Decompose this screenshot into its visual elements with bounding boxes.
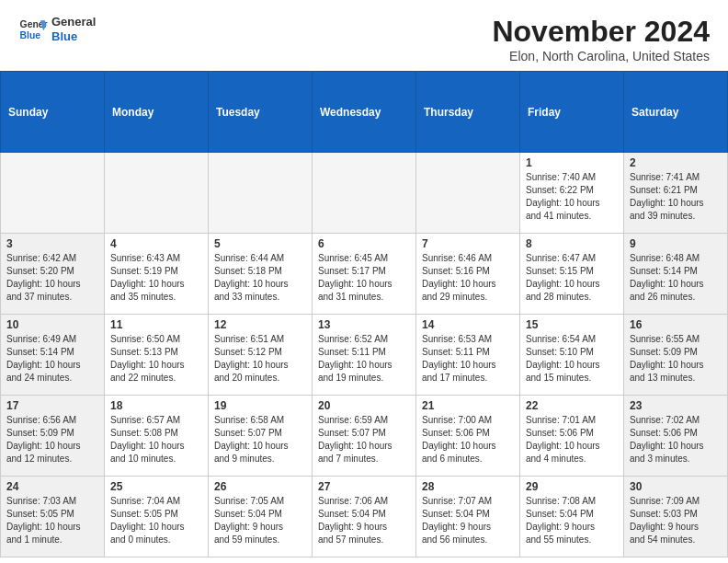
- title-section: November 2024 Elon, North Carolina, Unit…: [492, 15, 710, 63]
- day-info: Sunrise: 6:46 AM Sunset: 5:16 PM Dayligh…: [422, 252, 514, 304]
- calendar-cell: 3Sunrise: 6:42 AM Sunset: 5:20 PM Daylig…: [1, 234, 105, 315]
- calendar-cell: 14Sunrise: 6:53 AM Sunset: 5:11 PM Dayli…: [416, 315, 520, 396]
- day-number: 29: [526, 480, 618, 493]
- day-number: 9: [630, 237, 722, 250]
- day-info: Sunrise: 7:41 AM Sunset: 6:21 PM Dayligh…: [630, 171, 722, 223]
- day-info: Sunrise: 6:53 AM Sunset: 5:11 PM Dayligh…: [422, 333, 514, 385]
- day-info: Sunrise: 6:59 AM Sunset: 5:07 PM Dayligh…: [318, 414, 410, 465]
- day-number: 20: [318, 399, 410, 412]
- calendar-cell: 21Sunrise: 7:00 AM Sunset: 5:06 PM Dayli…: [416, 396, 520, 477]
- calendar-cell: 8Sunrise: 6:47 AM Sunset: 5:15 PM Daylig…: [520, 234, 624, 315]
- day-number: 8: [526, 237, 618, 250]
- day-info: Sunrise: 6:45 AM Sunset: 5:17 PM Dayligh…: [318, 252, 410, 304]
- calendar-cell: 10Sunrise: 6:49 AM Sunset: 5:14 PM Dayli…: [1, 315, 105, 396]
- day-info: Sunrise: 7:04 AM Sunset: 5:05 PM Dayligh…: [110, 495, 202, 546]
- calendar-cell: 28Sunrise: 7:07 AM Sunset: 5:04 PM Dayli…: [416, 477, 520, 557]
- calendar-cell: [1, 153, 105, 234]
- calendar-week-row: 3Sunrise: 6:42 AM Sunset: 5:20 PM Daylig…: [1, 234, 728, 315]
- day-number: 6: [318, 237, 410, 250]
- day-number: 27: [318, 480, 410, 493]
- weekday-header: Wednesday: [313, 72, 416, 153]
- day-number: 10: [6, 318, 98, 331]
- day-info: Sunrise: 6:51 AM Sunset: 5:12 PM Dayligh…: [214, 333, 306, 385]
- day-info: Sunrise: 7:06 AM Sunset: 5:04 PM Dayligh…: [318, 495, 410, 546]
- calendar-cell: 20Sunrise: 6:59 AM Sunset: 5:07 PM Dayli…: [313, 396, 416, 477]
- calendar-week-row: 24Sunrise: 7:03 AM Sunset: 5:05 PM Dayli…: [1, 477, 728, 557]
- calendar-week-row: 10Sunrise: 6:49 AM Sunset: 5:14 PM Dayli…: [1, 315, 728, 396]
- calendar-cell: 12Sunrise: 6:51 AM Sunset: 5:12 PM Dayli…: [209, 315, 313, 396]
- day-number: 28: [422, 480, 514, 493]
- day-number: 23: [630, 399, 722, 412]
- calendar-cell: [209, 153, 313, 234]
- calendar-cell: [105, 153, 209, 234]
- day-info: Sunrise: 7:07 AM Sunset: 5:04 PM Dayligh…: [422, 495, 514, 546]
- calendar-cell: 7Sunrise: 6:46 AM Sunset: 5:16 PM Daylig…: [416, 234, 520, 315]
- month-title: November 2024: [492, 15, 710, 49]
- page-header: General Blue General Blue November 2024 …: [0, 0, 728, 71]
- calendar-cell: 18Sunrise: 6:57 AM Sunset: 5:08 PM Dayli…: [105, 396, 209, 477]
- day-info: Sunrise: 6:52 AM Sunset: 5:11 PM Dayligh…: [318, 333, 410, 385]
- calendar-cell: 16Sunrise: 6:55 AM Sunset: 5:09 PM Dayli…: [624, 315, 728, 396]
- day-info: Sunrise: 7:00 AM Sunset: 5:06 PM Dayligh…: [422, 414, 514, 465]
- logo: General Blue General Blue: [18, 15, 96, 44]
- calendar-cell: 22Sunrise: 7:01 AM Sunset: 5:06 PM Dayli…: [520, 396, 624, 477]
- weekday-header: Thursday: [416, 72, 520, 153]
- weekday-header: Friday: [520, 72, 624, 153]
- day-info: Sunrise: 6:57 AM Sunset: 5:08 PM Dayligh…: [110, 414, 202, 465]
- calendar-week-row: 17Sunrise: 6:56 AM Sunset: 5:09 PM Dayli…: [1, 396, 728, 477]
- day-number: 19: [214, 399, 306, 412]
- calendar-cell: 19Sunrise: 6:58 AM Sunset: 5:07 PM Dayli…: [209, 396, 313, 477]
- calendar-cell: 4Sunrise: 6:43 AM Sunset: 5:19 PM Daylig…: [105, 234, 209, 315]
- day-number: 26: [214, 480, 306, 493]
- day-number: 16: [630, 318, 722, 331]
- logo-blue: Blue: [51, 29, 96, 44]
- weekday-header: Monday: [105, 72, 209, 153]
- day-number: 18: [110, 399, 202, 412]
- day-info: Sunrise: 6:56 AM Sunset: 5:09 PM Dayligh…: [6, 414, 98, 465]
- day-number: 3: [6, 237, 98, 250]
- day-info: Sunrise: 6:54 AM Sunset: 5:10 PM Dayligh…: [526, 333, 618, 385]
- calendar-cell: 24Sunrise: 7:03 AM Sunset: 5:05 PM Dayli…: [1, 477, 105, 557]
- calendar-cell: 9Sunrise: 6:48 AM Sunset: 5:14 PM Daylig…: [624, 234, 728, 315]
- day-number: 11: [110, 318, 202, 331]
- day-info: Sunrise: 6:49 AM Sunset: 5:14 PM Dayligh…: [6, 333, 98, 385]
- calendar-cell: 29Sunrise: 7:08 AM Sunset: 5:04 PM Dayli…: [520, 477, 624, 557]
- logo-icon: General Blue: [18, 15, 48, 44]
- logo-text: General Blue: [51, 15, 96, 43]
- day-info: Sunrise: 7:09 AM Sunset: 5:03 PM Dayligh…: [630, 495, 722, 546]
- day-info: Sunrise: 6:50 AM Sunset: 5:13 PM Dayligh…: [110, 333, 202, 385]
- day-number: 25: [110, 480, 202, 493]
- day-info: Sunrise: 6:44 AM Sunset: 5:18 PM Dayligh…: [214, 252, 306, 304]
- day-number: 12: [214, 318, 306, 331]
- day-number: 2: [630, 156, 722, 169]
- weekday-header: Tuesday: [209, 72, 313, 153]
- calendar-cell: 2Sunrise: 7:41 AM Sunset: 6:21 PM Daylig…: [624, 153, 728, 234]
- calendar-table: SundayMondayTuesdayWednesdayThursdayFrid…: [0, 71, 728, 557]
- day-number: 7: [422, 237, 514, 250]
- day-info: Sunrise: 6:47 AM Sunset: 5:15 PM Dayligh…: [526, 252, 618, 304]
- calendar-cell: 26Sunrise: 7:05 AM Sunset: 5:04 PM Dayli…: [209, 477, 313, 557]
- day-number: 1: [526, 156, 618, 169]
- calendar-cell: 17Sunrise: 6:56 AM Sunset: 5:09 PM Dayli…: [1, 396, 105, 477]
- day-number: 4: [110, 237, 202, 250]
- day-info: Sunrise: 6:42 AM Sunset: 5:20 PM Dayligh…: [6, 252, 98, 304]
- svg-text:Blue: Blue: [20, 30, 41, 40]
- day-info: Sunrise: 7:03 AM Sunset: 5:05 PM Dayligh…: [6, 495, 98, 546]
- day-number: 5: [214, 237, 306, 250]
- weekday-header: Sunday: [1, 72, 105, 153]
- day-info: Sunrise: 6:43 AM Sunset: 5:19 PM Dayligh…: [110, 252, 202, 304]
- calendar-cell: 25Sunrise: 7:04 AM Sunset: 5:05 PM Dayli…: [105, 477, 209, 557]
- weekday-header: Saturday: [624, 72, 728, 153]
- calendar-cell: 27Sunrise: 7:06 AM Sunset: 5:04 PM Dayli…: [313, 477, 416, 557]
- calendar-cell: 6Sunrise: 6:45 AM Sunset: 5:17 PM Daylig…: [313, 234, 416, 315]
- day-number: 17: [6, 399, 98, 412]
- calendar-cell: [313, 153, 416, 234]
- calendar-cell: 5Sunrise: 6:44 AM Sunset: 5:18 PM Daylig…: [209, 234, 313, 315]
- calendar-cell: 23Sunrise: 7:02 AM Sunset: 5:06 PM Dayli…: [624, 396, 728, 477]
- calendar-cell: 1Sunrise: 7:40 AM Sunset: 6:22 PM Daylig…: [520, 153, 624, 234]
- calendar-cell: 13Sunrise: 6:52 AM Sunset: 5:11 PM Dayli…: [313, 315, 416, 396]
- day-number: 14: [422, 318, 514, 331]
- day-info: Sunrise: 7:02 AM Sunset: 5:06 PM Dayligh…: [630, 414, 722, 465]
- calendar-cell: 15Sunrise: 6:54 AM Sunset: 5:10 PM Dayli…: [520, 315, 624, 396]
- day-number: 30: [630, 480, 722, 493]
